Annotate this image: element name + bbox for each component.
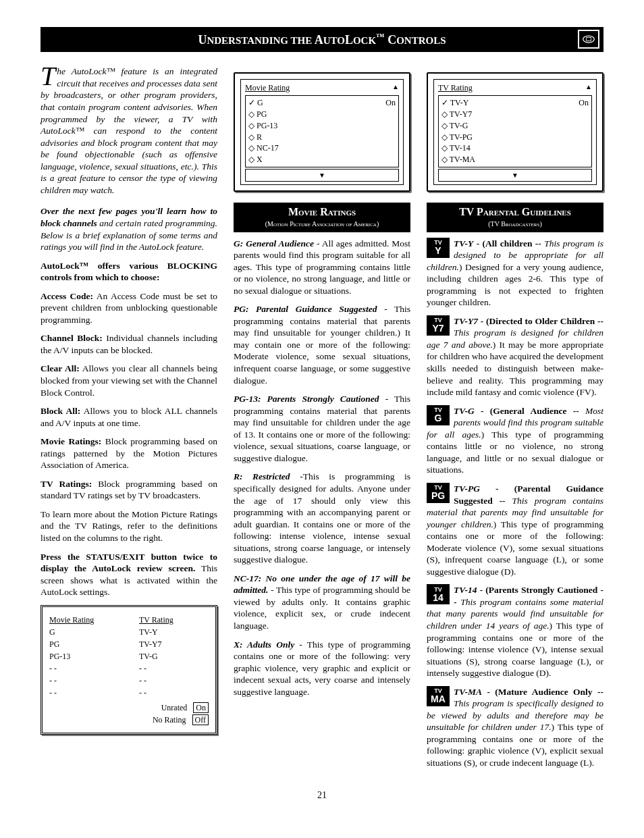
- blocking-head: AutoLock™ offers various BLOCKING contro…: [41, 260, 217, 284]
- down-arrow-icon: ▼: [438, 169, 592, 182]
- access-code: Access Code: An Access Code must be set …: [41, 290, 217, 326]
- column-middle: Movie Rating▲ ✓ GOn ◇ PG ◇ PG-13 ◇ R ◇ N…: [234, 66, 410, 775]
- tv-g-icon: TVG: [427, 405, 450, 425]
- tv-ma: TVMA TV-MA - (Mature Audience Only -- Th…: [427, 686, 603, 769]
- rating-pg: PG: Parental Guidance Suggested - This p…: [234, 303, 410, 386]
- rating-pg13: PG-13: Parents Strongly Cautioned - This…: [234, 393, 410, 464]
- review-tv-head: TV Rating: [139, 614, 209, 626]
- review-screen: Movie Rating G PG PG-13 - - - - - - TV R…: [41, 605, 217, 735]
- channel-block: Channel Block: Individual channels inclu…: [41, 332, 217, 356]
- svg-point-0: [583, 36, 595, 43]
- tv-ma-icon: TVMA: [427, 686, 450, 706]
- movie-osd: Movie Rating▲ ✓ GOn ◇ PG ◇ PG-13 ◇ R ◇ N…: [234, 72, 410, 191]
- column-left: The AutoLock™ feature is an integrated c…: [41, 66, 217, 775]
- tv-pg-icon: TVPG: [427, 483, 450, 503]
- clear-all: Clear All: Allows you clear all channels…: [41, 363, 217, 398]
- tv-14: TV14 TV-14 - (Parents Strongly Cautioned…: [427, 584, 603, 679]
- up-arrow-icon: ▲: [392, 82, 399, 94]
- tv-y: TVY TV-Y - (All children -- This program…: [427, 238, 603, 309]
- tv-g: TVG TV-G - (General Audience -- Most par…: [427, 405, 603, 476]
- svg-rect-1: [587, 38, 591, 41]
- rating-nc17: NC-17: No one under the age of 17 will b…: [234, 573, 410, 632]
- tv-guidelines-header: TV Parental Guidelines (TV Broadcasters): [427, 203, 603, 232]
- intro-paragraph: The AutoLock™ feature is an integrated c…: [41, 66, 217, 196]
- remote-icon: [578, 30, 599, 49]
- page-header: UNDERSTANDING THE AUTOLOCK™ CONTROLS: [41, 27, 603, 52]
- down-arrow-icon: ▼: [245, 169, 399, 182]
- movie-ratings-header: Movie Ratings (Motion Picture Associatio…: [234, 203, 410, 232]
- rating-x: X: Adults Only - This type of programmin…: [234, 639, 410, 698]
- tv-y7-icon: TVY7: [427, 315, 450, 336]
- press-status: Press the STATUS/EXIT button twice to di…: [41, 551, 217, 598]
- tv-osd: TV Rating▲ ✓ TV-YOn ◇ TV-Y7 ◇ TV-G ◇ TV-…: [427, 72, 603, 191]
- review-movie-head: Movie Rating: [49, 614, 119, 626]
- rating-r: R: Restricted -This is programming is sp…: [234, 471, 410, 565]
- tv-ratings-ctrl: TV Ratings: Block programming based on s…: [41, 478, 217, 502]
- header-title: UNDERSTANDING THE AUTOLOCK™ CONTROLS: [198, 31, 446, 48]
- tv-14-icon: TV14: [427, 584, 450, 604]
- learn-more: To learn more about the Motion Picture R…: [41, 508, 217, 544]
- block-all: Block All: Allows you to block ALL chann…: [41, 405, 217, 429]
- rating-g: G: General Audience - All ages admitted.…: [234, 238, 410, 297]
- up-arrow-icon: ▲: [585, 82, 592, 94]
- lead-para: Over the next few pages you'll learn how…: [41, 205, 217, 253]
- review-footer: Unrated OnNo Rating Off: [49, 702, 209, 726]
- movie-ratings-ctrl: Movie Ratings: Block programming based o…: [41, 436, 217, 471]
- tv-y7: TVY7 TV-Y7 - (Directed to Older Children…: [427, 315, 603, 398]
- tv-y-icon: TVY: [427, 238, 450, 258]
- page-number: 21: [41, 789, 603, 802]
- tv-pg: TVPG TV-PG - (Parental Guidance Suggeste…: [427, 483, 603, 577]
- column-right: TV Rating▲ ✓ TV-YOn ◇ TV-Y7 ◇ TV-G ◇ TV-…: [427, 66, 603, 775]
